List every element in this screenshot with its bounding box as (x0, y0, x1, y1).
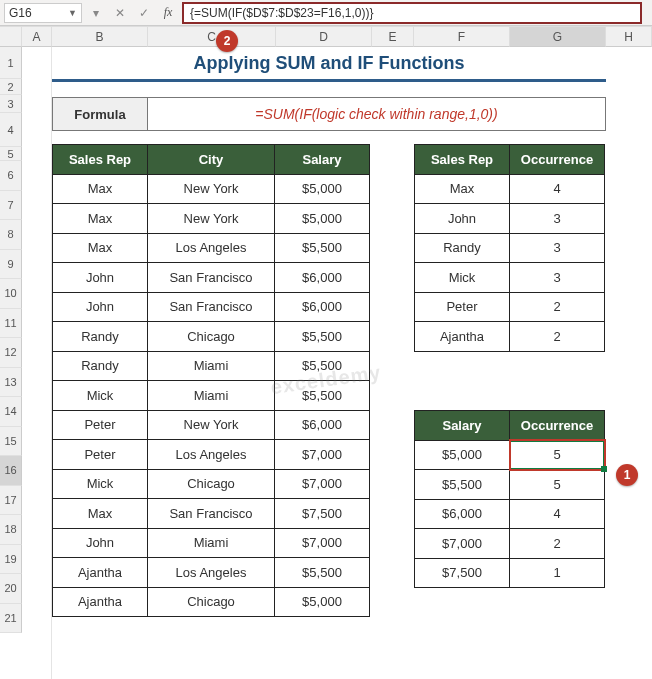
cell[interactable]: 2 (510, 529, 605, 559)
cell[interactable]: $5,500 (275, 351, 370, 381)
row-header-21[interactable]: 21 (0, 604, 22, 634)
cell[interactable]: Randy (53, 322, 148, 352)
cell[interactable]: Los Angeles (148, 558, 275, 588)
col-header-d[interactable]: D (276, 27, 372, 47)
col-header-f[interactable]: F (414, 27, 510, 47)
cell[interactable]: 4 (510, 174, 605, 204)
cell[interactable]: San Francisco (148, 263, 275, 293)
row-header-17[interactable]: 17 (0, 486, 22, 516)
rep-header-occurrence[interactable]: Occurrence (510, 145, 605, 175)
cell[interactable]: Mick (415, 263, 510, 293)
cell[interactable]: $6,000 (415, 499, 510, 529)
cell[interactable]: Ajantha (415, 322, 510, 352)
main-header-salary[interactable]: Salary (275, 145, 370, 175)
row-header-19[interactable]: 19 (0, 545, 22, 575)
main-header-salesrep[interactable]: Sales Rep (53, 145, 148, 175)
cell[interactable]: 3 (510, 204, 605, 234)
cell[interactable]: $5,000 (275, 174, 370, 204)
cell[interactable]: Chicago (148, 322, 275, 352)
cell[interactable]: 3 (510, 233, 605, 263)
row-header-12[interactable]: 12 (0, 338, 22, 368)
cell[interactable]: $7,000 (415, 529, 510, 559)
row-header-4[interactable]: 4 (0, 113, 22, 147)
cell[interactable]: Ajantha (53, 587, 148, 617)
fill-handle[interactable] (601, 466, 607, 472)
cell[interactable]: Ajantha (53, 558, 148, 588)
accept-icon[interactable]: ✓ (134, 3, 154, 23)
row-header-3[interactable]: 3 (0, 95, 22, 113)
cell[interactable]: Miami (148, 351, 275, 381)
cell[interactable]: 2 (510, 322, 605, 352)
cell[interactable]: $5,500 (275, 381, 370, 411)
cell[interactable]: $5,000 (415, 440, 510, 470)
cell[interactable]: 4 (510, 499, 605, 529)
cell[interactable]: $6,000 (275, 292, 370, 322)
row-header-1[interactable]: 1 (0, 47, 22, 79)
cell[interactable]: Peter (53, 440, 148, 470)
cell[interactable]: $5,500 (275, 233, 370, 263)
cell[interactable]: John (53, 292, 148, 322)
col-header-g[interactable]: G (510, 27, 606, 47)
cell[interactable]: San Francisco (148, 292, 275, 322)
cell[interactable]: Los Angeles (148, 233, 275, 263)
cell[interactable]: Randy (415, 233, 510, 263)
cell[interactable]: $6,000 (275, 410, 370, 440)
row-header-20[interactable]: 20 (0, 574, 22, 604)
sal-header-salary[interactable]: Salary (415, 411, 510, 441)
row-header-2[interactable]: 2 (0, 79, 22, 95)
cell[interactable]: $7,000 (275, 440, 370, 470)
cell[interactable]: $5,000 (275, 204, 370, 234)
decrease-icon[interactable]: ▾ (86, 3, 106, 23)
fx-icon[interactable]: fx (158, 3, 178, 23)
cell[interactable]: Chicago (148, 587, 275, 617)
cell[interactable]: John (53, 263, 148, 293)
cell[interactable]: John (415, 204, 510, 234)
cell[interactable]: Max (53, 233, 148, 263)
cell[interactable]: New York (148, 174, 275, 204)
cell[interactable]: $7,500 (415, 558, 510, 588)
col-header-c[interactable]: C (148, 27, 276, 47)
row-header-6[interactable]: 6 (0, 161, 22, 191)
cell[interactable]: New York (148, 204, 275, 234)
col-header-h[interactable]: H (606, 27, 652, 47)
row-header-16[interactable]: 16 (0, 456, 22, 486)
row-header-7[interactable]: 7 (0, 191, 22, 221)
select-all-corner[interactable] (0, 27, 22, 47)
row-header-18[interactable]: 18 (0, 515, 22, 545)
cell[interactable]: John (53, 528, 148, 558)
cell[interactable]: Miami (148, 528, 275, 558)
cell[interactable]: San Francisco (148, 499, 275, 529)
row-header-5[interactable]: 5 (0, 147, 22, 161)
cell[interactable]: Los Angeles (148, 440, 275, 470)
cell[interactable]: 5 (510, 440, 605, 470)
cell[interactable]: Chicago (148, 469, 275, 499)
sal-header-occurrence[interactable]: Occurrence (510, 411, 605, 441)
cell[interactable]: Mick (53, 469, 148, 499)
cell[interactable]: 5 (510, 470, 605, 500)
cell[interactable]: $6,000 (275, 263, 370, 293)
col-header-e[interactable]: E (372, 27, 414, 47)
row-header-10[interactable]: 10 (0, 279, 22, 309)
cell[interactable]: $7,500 (275, 499, 370, 529)
row-header-8[interactable]: 8 (0, 220, 22, 250)
cell[interactable]: Max (415, 174, 510, 204)
row-header-13[interactable]: 13 (0, 368, 22, 398)
row-header-14[interactable]: 14 (0, 397, 22, 427)
cell[interactable]: 3 (510, 263, 605, 293)
cell[interactable]: Peter (415, 292, 510, 322)
name-box[interactable]: G16 ▼ (4, 3, 82, 23)
rep-header-salesrep[interactable]: Sales Rep (415, 145, 510, 175)
cell[interactable]: 2 (510, 292, 605, 322)
cell[interactable]: Mick (53, 381, 148, 411)
row-header-11[interactable]: 11 (0, 309, 22, 339)
cell[interactable]: Randy (53, 351, 148, 381)
row-header-15[interactable]: 15 (0, 427, 22, 457)
main-header-city[interactable]: City (148, 145, 275, 175)
cancel-icon[interactable]: ✕ (110, 3, 130, 23)
cell[interactable]: $7,000 (275, 528, 370, 558)
row-header-9[interactable]: 9 (0, 250, 22, 280)
col-header-b[interactable]: B (52, 27, 148, 47)
cell[interactable]: Max (53, 204, 148, 234)
cell[interactable]: 1 (510, 558, 605, 588)
col-header-a[interactable]: A (22, 27, 52, 47)
